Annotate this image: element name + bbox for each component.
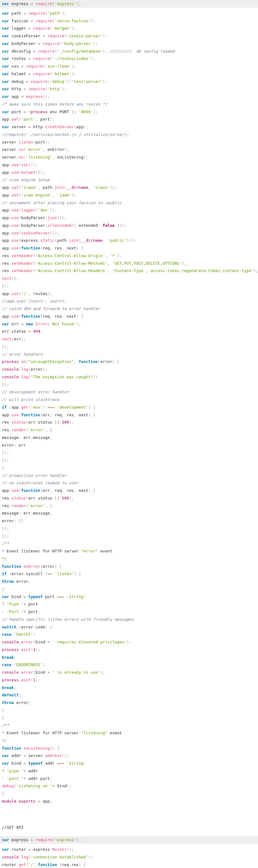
code-line: message: err.message, <box>2 434 256 441</box>
code-line: }); <box>2 343 256 350</box>
code-line: app.set('view engine', 'jade'); <box>2 191 256 199</box>
code-line: app.use(helmet()); <box>2 169 256 177</box>
code-line: res.setHeader('Access-Control-Allow-Meth… <box>2 260 256 267</box>
code-line: } <box>2 790 256 798</box>
code-line: res.setHeader('Access-Control-Allow-Orig… <box>2 252 256 260</box>
code-line: var bodyParser = require('body-parser'); <box>2 40 256 48</box>
code-line: console.log(error); <box>2 366 256 373</box>
code-line: }); <box>2 532 256 540</box>
code-line: error: err <box>2 441 256 449</box>
code-line: res.render('error', { <box>2 502 256 510</box>
code-line: var port = (process.env.PORT || '8000'); <box>2 108 256 116</box>
code-line: //app.use('/users', users); <box>2 297 256 305</box>
code-line: process.exit(1); <box>2 676 256 684</box>
code-line: app.use(function(req, res, next) { <box>2 244 256 252</box>
code-line: } <box>2 714 256 722</box>
code-line: throw error; <box>2 578 256 585</box>
code-line: error: {} <box>2 517 256 525</box>
code-line: // development error handler <box>2 388 256 396</box>
code-line: console.log("The exception was caught!") <box>2 373 256 381</box>
code-text: var express = require('express'); <box>2 837 81 842</box>
code-line: : 'Port '+ port; <box>2 608 256 616</box>
code-line: app.use(bodyParser.urlencoded({ extended… <box>2 222 256 229</box>
code-line: // production error handler <box>2 472 256 479</box>
code-line: res.render('error', { <box>2 426 256 434</box>
code-line: app.use(cookieParser()); <box>2 229 256 237</box>
code-line: break; <box>2 684 256 691</box>
code-line: ? 'Pipe '+ port <box>2 600 256 608</box>
code-line: // view engine setup <box>2 176 256 184</box>
code-line: case 'EADDRINUSE': <box>2 661 256 669</box>
code-block-main: var path = require('path');var favicon =… <box>0 8 258 806</box>
code-line: */ <box>2 737 256 745</box>
code-line: } <box>2 464 256 472</box>
heading-text: //GET API <box>2 825 24 830</box>
section-heading: //GET API <box>0 823 258 833</box>
code-line: // handle specific listen errors with fr… <box>2 616 256 623</box>
code-line: throw error; <box>2 699 256 707</box>
code-line: app.use('/', routes); <box>2 290 256 298</box>
code-line: var routes = require('./routes/index'); <box>2 55 256 63</box>
code-text: var express = require('express'); <box>2 1 81 6</box>
code-line: default: <box>2 691 256 699</box>
code-line: app.use(xss()); <box>2 161 256 169</box>
code-line: function onError(error) { <box>2 563 256 570</box>
code-line: }); <box>2 525 256 532</box>
code-line: debug('Listening on '+ bind); <box>2 782 256 790</box>
code-line: err.status = 404; <box>2 328 256 335</box>
code-line: // will print stacktrace <box>2 396 256 404</box>
code-line: var server = http.createServer(app); <box>2 123 256 131</box>
code-line: app.use(function(req, res, next) { <box>2 313 256 320</box>
code-line: console.error(bind + ' requires elevated… <box>2 638 256 646</box>
code-line: /** <box>2 540 256 548</box>
code-line: function onListening() { <box>2 745 256 752</box>
code-line: app.set('views', path.join(__dirname, 'v… <box>2 184 256 191</box>
code-line: res.status(err.status || 500); <box>2 418 256 426</box>
code-line: var favicon = require('serve-favicon'); <box>2 17 256 25</box>
code-line: var app = express(); <box>2 93 256 100</box>
code-line: * Event listener for HTTP server "listen… <box>2 729 256 737</box>
code-line: } <box>2 585 256 593</box>
code-line: var router = express.Router(); <box>2 846 256 853</box>
code-line: break; <box>2 654 256 661</box>
code-line: if (app.get('env') === 'development') { <box>2 404 256 411</box>
code-line: // no stacktraces leaked to user <box>2 479 256 487</box>
code-line: // uncomment after placing your favicon … <box>2 199 256 207</box>
code-line: process.on("uncaughtException", function… <box>2 358 256 366</box>
code-line: next(err); <box>2 335 256 343</box>
code-line: }); <box>2 381 256 389</box>
spacer <box>0 811 258 819</box>
code-line: message: err.message, <box>2 509 256 517</box>
code-line: var err = new Error('Not Found'); <box>2 320 256 328</box>
code-line: // error handlers <box>2 350 256 358</box>
code-block-router: var router = express.Router();console.lo… <box>0 844 258 868</box>
code-line: module.exports = app; <box>2 798 256 805</box>
code-line: next(); <box>2 275 256 282</box>
code-line: process.exit(1); <box>2 646 256 654</box>
code-line: var http = require('http'); <box>2 85 256 93</box>
code-line: var dbconfig = require('./config/databas… <box>2 48 256 55</box>
code-line: /** <box>2 721 256 729</box>
code-line: */ <box>2 555 256 563</box>
code-line: var path = require('path'); <box>2 9 256 17</box>
code-highlight-line: var express = require('express'); <box>0 836 258 844</box>
spacer <box>0 819 258 823</box>
code-line: : 'port '+ addr.port; <box>2 775 256 782</box>
code-line: app.use(express.static(path.join(__dirna… <box>2 237 256 244</box>
code-line: console.error(bind + ' is already in use… <box>2 669 256 676</box>
code-line: app.use(function(err, req, res, next) { <box>2 487 256 494</box>
code-line: /* make sure this comes before any route… <box>2 100 256 108</box>
code-line: router.get('/',function (req,res) { <box>2 861 256 868</box>
code-line: res.setHeader('Access-Control-Allow-Head… <box>2 267 256 275</box>
code-line: } <box>2 707 256 714</box>
code-line: ? 'pipe '+ addr <box>2 767 256 775</box>
code-line: server.on('listening', onListening); <box>2 153 256 161</box>
code-line: var logger = require('morgan'); <box>2 25 256 32</box>
code-highlight-line: var express = require('express'); <box>0 0 258 8</box>
code-line: case 'EACCES': <box>2 631 256 638</box>
code-line: var bind = typeof addr === 'string' <box>2 760 256 767</box>
code-line: app.use(bodyParser.json()); <box>2 214 256 222</box>
code-line: }); <box>2 449 256 457</box>
code-line: var debug = require('debug')('test:serve… <box>2 78 256 86</box>
code-line: app.use(function(err, req, res, next) { <box>2 411 256 419</box>
